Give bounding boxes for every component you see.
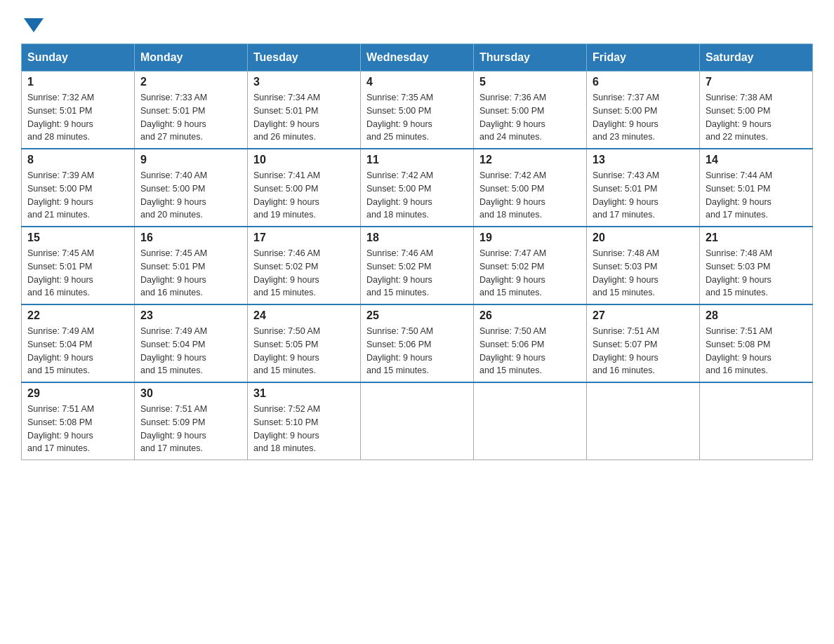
calendar-cell: 6 Sunrise: 7:37 AM Sunset: 5:00 PM Dayli… [587,72,700,149]
day-number: 27 [593,309,694,322]
calendar-cell [587,382,700,460]
day-number: 6 [593,76,694,88]
calendar-cell: 13 Sunrise: 7:43 AM Sunset: 5:01 PM Dayl… [587,149,700,227]
day-number: 25 [366,309,468,322]
day-number: 26 [479,309,581,322]
day-number: 9 [140,154,241,166]
day-number: 16 [140,232,241,244]
day-number: 3 [253,76,355,88]
calendar-day-header: Wednesday [361,44,474,72]
calendar-day-header: Sunday [22,44,135,72]
day-number: 24 [253,309,355,322]
day-info: Sunrise: 7:51 AM Sunset: 5:08 PM Dayligh… [27,403,128,455]
day-number: 1 [27,76,128,88]
calendar-cell: 5 Sunrise: 7:36 AM Sunset: 5:00 PM Dayli… [474,72,587,149]
day-info: Sunrise: 7:42 AM Sunset: 5:00 PM Dayligh… [479,169,581,222]
day-number: 2 [140,76,241,88]
calendar-cell: 20 Sunrise: 7:48 AM Sunset: 5:03 PM Dayl… [587,227,700,304]
day-info: Sunrise: 7:37 AM Sunset: 5:00 PM Dayligh… [593,91,694,144]
day-number: 15 [27,232,128,244]
calendar-cell: 19 Sunrise: 7:47 AM Sunset: 5:02 PM Dayl… [474,227,587,304]
calendar-day-header: Tuesday [248,44,361,72]
calendar-cell: 4 Sunrise: 7:35 AM Sunset: 5:00 PM Dayli… [361,72,474,149]
day-info: Sunrise: 7:45 AM Sunset: 5:01 PM Dayligh… [27,247,128,300]
day-number: 7 [706,76,807,88]
day-info: Sunrise: 7:38 AM Sunset: 5:00 PM Dayligh… [706,91,807,144]
day-info: Sunrise: 7:43 AM Sunset: 5:01 PM Dayligh… [593,169,694,222]
calendar-week-row: 29 Sunrise: 7:51 AM Sunset: 5:08 PM Dayl… [22,382,813,460]
page-header [21,14,813,29]
day-info: Sunrise: 7:51 AM Sunset: 5:09 PM Dayligh… [140,403,241,455]
day-info: Sunrise: 7:35 AM Sunset: 5:00 PM Dayligh… [366,91,468,144]
day-info: Sunrise: 7:48 AM Sunset: 5:03 PM Dayligh… [593,247,694,300]
calendar-day-header: Monday [135,44,248,72]
day-number: 23 [140,309,241,322]
day-number: 14 [706,154,807,166]
calendar-table: SundayMondayTuesdayWednesdayThursdayFrid… [21,43,813,460]
calendar-week-row: 1 Sunrise: 7:32 AM Sunset: 5:01 PM Dayli… [22,72,813,149]
day-info: Sunrise: 7:52 AM Sunset: 5:10 PM Dayligh… [253,403,355,455]
calendar-cell: 14 Sunrise: 7:44 AM Sunset: 5:01 PM Dayl… [700,149,813,227]
day-info: Sunrise: 7:40 AM Sunset: 5:00 PM Dayligh… [140,169,241,222]
day-info: Sunrise: 7:48 AM Sunset: 5:03 PM Dayligh… [706,247,807,300]
day-number: 22 [27,309,128,322]
day-number: 31 [253,387,355,400]
day-info: Sunrise: 7:50 AM Sunset: 5:06 PM Dayligh… [479,325,581,377]
day-info: Sunrise: 7:49 AM Sunset: 5:04 PM Dayligh… [27,325,128,377]
calendar-cell: 18 Sunrise: 7:46 AM Sunset: 5:02 PM Dayl… [361,227,474,304]
calendar-cell: 28 Sunrise: 7:51 AM Sunset: 5:08 PM Dayl… [700,304,813,382]
calendar-cell: 7 Sunrise: 7:38 AM Sunset: 5:00 PM Dayli… [700,72,813,149]
day-info: Sunrise: 7:46 AM Sunset: 5:02 PM Dayligh… [253,247,355,300]
day-number: 21 [706,232,807,244]
calendar-cell: 22 Sunrise: 7:49 AM Sunset: 5:04 PM Dayl… [22,304,135,382]
calendar-cell: 31 Sunrise: 7:52 AM Sunset: 5:10 PM Dayl… [248,382,361,460]
calendar-cell: 8 Sunrise: 7:39 AM Sunset: 5:00 PM Dayli… [22,149,135,227]
logo [21,14,44,29]
calendar-cell: 11 Sunrise: 7:42 AM Sunset: 5:00 PM Dayl… [361,149,474,227]
day-info: Sunrise: 7:49 AM Sunset: 5:04 PM Dayligh… [140,325,241,377]
day-number: 5 [479,76,581,88]
calendar-cell: 2 Sunrise: 7:33 AM Sunset: 5:01 PM Dayli… [135,72,248,149]
day-number: 13 [593,154,694,166]
day-info: Sunrise: 7:39 AM Sunset: 5:00 PM Dayligh… [27,169,128,222]
day-info: Sunrise: 7:44 AM Sunset: 5:01 PM Dayligh… [706,169,807,222]
calendar-cell: 24 Sunrise: 7:50 AM Sunset: 5:05 PM Dayl… [248,304,361,382]
day-info: Sunrise: 7:32 AM Sunset: 5:01 PM Dayligh… [27,91,128,144]
day-number: 20 [593,232,694,244]
day-info: Sunrise: 7:45 AM Sunset: 5:01 PM Dayligh… [140,247,241,300]
logo-arrow-icon [24,18,44,32]
calendar-header-row: SundayMondayTuesdayWednesdayThursdayFrid… [22,44,813,72]
calendar-cell: 3 Sunrise: 7:34 AM Sunset: 5:01 PM Dayli… [248,72,361,149]
day-number: 29 [27,387,128,400]
calendar-cell: 30 Sunrise: 7:51 AM Sunset: 5:09 PM Dayl… [135,382,248,460]
calendar-day-header: Saturday [700,44,813,72]
day-number: 19 [479,232,581,244]
day-info: Sunrise: 7:51 AM Sunset: 5:08 PM Dayligh… [706,325,807,377]
calendar-week-row: 15 Sunrise: 7:45 AM Sunset: 5:01 PM Dayl… [22,227,813,304]
calendar-cell [474,382,587,460]
calendar-day-header: Friday [587,44,700,72]
calendar-cell [700,382,813,460]
day-number: 11 [366,154,468,166]
day-number: 10 [253,154,355,166]
day-info: Sunrise: 7:34 AM Sunset: 5:01 PM Dayligh… [253,91,355,144]
day-number: 17 [253,232,355,244]
day-number: 28 [706,309,807,322]
calendar-week-row: 8 Sunrise: 7:39 AM Sunset: 5:00 PM Dayli… [22,149,813,227]
calendar-cell: 23 Sunrise: 7:49 AM Sunset: 5:04 PM Dayl… [135,304,248,382]
calendar-cell: 21 Sunrise: 7:48 AM Sunset: 5:03 PM Dayl… [700,227,813,304]
calendar-cell: 16 Sunrise: 7:45 AM Sunset: 5:01 PM Dayl… [135,227,248,304]
day-info: Sunrise: 7:36 AM Sunset: 5:00 PM Dayligh… [479,91,581,144]
day-number: 12 [479,154,581,166]
calendar-cell: 12 Sunrise: 7:42 AM Sunset: 5:00 PM Dayl… [474,149,587,227]
day-number: 4 [366,76,468,88]
day-info: Sunrise: 7:33 AM Sunset: 5:01 PM Dayligh… [140,91,241,144]
calendar-day-header: Thursday [474,44,587,72]
day-info: Sunrise: 7:50 AM Sunset: 5:05 PM Dayligh… [253,325,355,377]
day-number: 18 [366,232,468,244]
day-info: Sunrise: 7:46 AM Sunset: 5:02 PM Dayligh… [366,247,468,300]
calendar-cell: 1 Sunrise: 7:32 AM Sunset: 5:01 PM Dayli… [22,72,135,149]
day-info: Sunrise: 7:47 AM Sunset: 5:02 PM Dayligh… [479,247,581,300]
day-info: Sunrise: 7:42 AM Sunset: 5:00 PM Dayligh… [366,169,468,222]
day-number: 30 [140,387,241,400]
